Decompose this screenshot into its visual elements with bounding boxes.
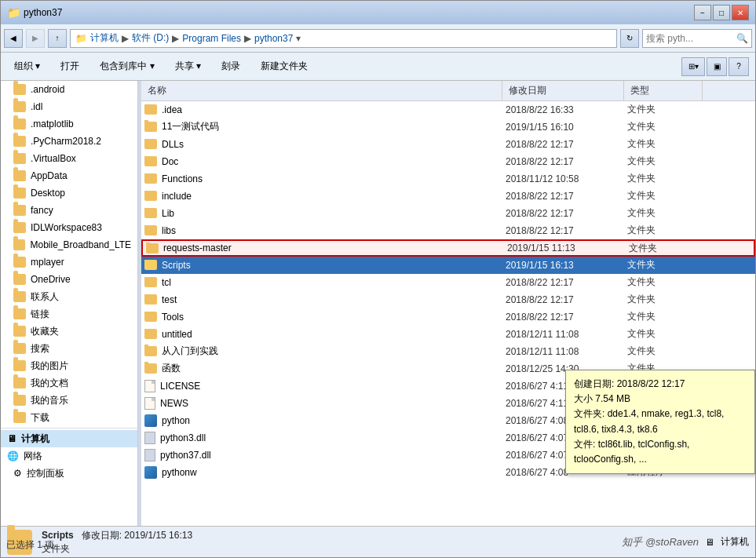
sidebar-item-android[interactable]: .android [1,81,137,98]
file-row[interactable]: Doc 2018/8/22 12:17 文件夹 [141,153,755,170]
file-row-book[interactable]: 从入门到实践 2018/12/11 11:08 文件夹 [141,343,755,360]
file-date: 2018/8/22 12:17 [506,277,627,288]
breadcrumb-python37[interactable]: python37 [254,33,293,44]
file-row-libs[interactable]: libs 2018/8/22 12:17 文件夹 [141,222,755,239]
file-name: pythonw [162,467,197,478]
col-header-name[interactable]: 名称 [141,81,502,100]
file-name: libs [162,225,176,236]
file-row-scripts[interactable]: Scripts 2019/1/15 16:13 文件夹 [141,257,755,274]
file-row-lib[interactable]: Lib 2018/8/22 12:17 文件夹 [141,205,755,222]
app-icon [144,414,157,427]
search-box[interactable]: 🔍 [642,29,752,48]
sidebar-item-computer[interactable]: 🖥 计算机 [1,430,137,447]
title-bar: 📁 python37 − □ ✕ [1,1,755,24]
help-button[interactable]: ? [729,57,749,76]
file-row-functions[interactable]: Functions 2018/11/12 10:58 文件夹 [141,170,755,188]
include-library-button[interactable]: 包含到库中 ▾ [93,56,161,78]
up-button[interactable]: ↑ [48,29,67,48]
open-button[interactable]: 打开 [53,56,86,78]
sidebar-item-favorites[interactable]: 收藏夹 [1,323,137,340]
sidebar-item-documents[interactable]: 我的文档 [1,374,137,392]
view-options-button[interactable]: ⊞▾ [681,57,705,76]
sidebar-item-label: .android [31,84,64,95]
file-name-cell: DLLs [144,139,506,150]
restore-button[interactable]: □ [713,5,730,20]
file-row-test[interactable]: test 2018/8/22 12:17 文件夹 [141,291,755,308]
minimize-button[interactable]: − [694,5,711,20]
file-name-cell: libs [144,225,506,236]
folder-icon [13,136,26,147]
file-type: 文件夹 [627,206,706,220]
sidebar-item-pictures[interactable]: 我的图片 [1,357,137,374]
sidebar-item-appdata[interactable]: AppData [1,167,137,184]
sidebar-item-downloads[interactable]: 下载 [1,409,137,426]
folder-icon [13,257,26,268]
file-name-cell: python37.dll [144,449,506,461]
sidebar-item-label: .matplotlib [31,119,74,129]
breadcrumb-programfiles[interactable]: Program Files [182,33,241,44]
sidebar-item-idlworkspace[interactable]: IDLWorkspace83 [1,219,137,236]
sidebar-item-onedrive[interactable]: OneDrive [1,271,137,288]
file-row-tcl[interactable]: tcl 2018/8/22 12:17 文件夹 [141,274,755,291]
status-right: 知乎 @stoRaven 🖥 计算机 [622,535,749,549]
sidebar-item-idl[interactable]: .idl [1,98,137,115]
search-input[interactable] [646,33,735,44]
file-row-untitled[interactable]: untitled 2018/12/11 11:08 文件夹 [141,326,755,343]
sidebar-item-mobile[interactable]: Mobile_Broadband_LTE [1,236,137,253]
controlpanel-label: 控制面板 [27,467,64,480]
sidebar-item-contacts[interactable]: 联系人 [1,288,137,305]
file-name: Functions [162,173,203,184]
breadcrumb-drive[interactable]: 软件 (D:) [132,31,169,45]
burn-button[interactable]: 刻录 [214,56,247,78]
breadcrumb-computer[interactable]: 计算机 [90,31,119,45]
sidebar-item-fancy[interactable]: fancy [1,202,137,219]
folder-icon [13,360,26,371]
details-pane-button[interactable]: ▣ [707,57,727,76]
file-row[interactable]: DLLs 2018/8/22 12:17 文件夹 [141,136,755,153]
sidebar-item-matplotlib[interactable]: .matplotlib [1,115,137,133]
file-row-tools[interactable]: Tools 2018/8/22 12:17 文件夹 [141,308,755,326]
close-button[interactable]: ✕ [732,5,749,20]
sidebar-item-network[interactable]: 🌐 网络 [1,447,137,465]
sidebar-item-mplayer[interactable]: mplayer [1,253,137,271]
new-folder-button[interactable]: 新建文件夹 [254,56,315,78]
file-date: 2018/8/22 12:17 [506,312,627,323]
back-button[interactable]: ◀ [4,29,23,48]
sidebar-item-label: Mobile_Broadband_LTE [30,239,131,250]
status-detail1: 修改日期: 2019/1/15 16:13 [82,530,192,541]
file-type: 文件夹 [627,345,706,358]
share-button[interactable]: 共享 ▾ [168,56,208,78]
text-file-icon [144,397,155,410]
folder-icon [13,153,26,164]
folder-icon [13,326,26,337]
col-header-date[interactable]: 修改日期 [502,81,624,100]
sidebar-item-search[interactable]: 搜索 [1,340,137,357]
address-path[interactable]: 📁 计算机 ▶ 软件 (D:) ▶ Program Files ▶ python… [70,29,617,48]
folder-icon [144,173,157,184]
forward-button[interactable]: ▶ [26,29,45,48]
network-icon: 🌐 [7,450,19,461]
file-name-cell: python3.dll [144,432,506,444]
sidebar-item-label: .PyCharm2018.2 [31,136,101,147]
file-row-include[interactable]: include 2018/8/22 12:17 文件夹 [141,188,755,205]
sidebar-item-pycharm[interactable]: .PyCharm2018.2 [1,133,137,150]
folder-icon [13,377,26,388]
file-name-cell: python [144,414,506,427]
organize-button[interactable]: 组织 ▾ [7,56,47,78]
file-row-requests-master[interactable]: requests-master 2019/1/15 11:13 文件夹 [141,239,755,257]
sidebar-item-links[interactable]: 链接 [1,305,137,323]
sidebar-item-virtualbox[interactable]: .VirtualBox [1,150,137,167]
app-icon [144,466,157,479]
file-name-cell: Scripts [144,260,506,271]
sidebar-item-music[interactable]: 我的音乐 [1,392,137,409]
refresh-button[interactable]: ↻ [620,29,639,48]
sidebar-item-controlpanel[interactable]: ⚙ 控制面板 [1,465,137,482]
sidebar-item-label: 搜索 [31,342,49,356]
sidebar-item-desktop[interactable]: Desktop [1,184,137,202]
file-row[interactable]: 11一测试代码 2019/1/15 16:10 文件夹 [141,119,755,136]
col-header-type[interactable]: 类型 [624,81,703,100]
file-name: NEWS [160,398,188,409]
file-row[interactable]: .idea 2018/8/22 16:33 文件夹 [141,101,755,119]
toolbar: 组织 ▾ 打开 包含到库中 ▾ 共享 ▾ 刻录 新建文件夹 ⊞▾ ▣ ? [1,53,755,81]
file-date: 2018/8/22 12:17 [506,225,627,236]
